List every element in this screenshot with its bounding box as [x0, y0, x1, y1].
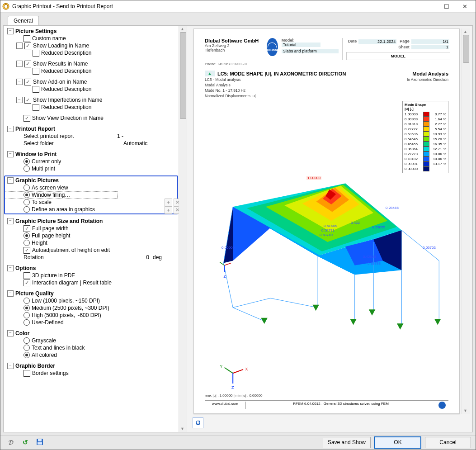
preview-panel: Dlubal Software GmbH Am Zellweg 2 Tiefen…	[187, 26, 472, 432]
collapse-icon[interactable]: −	[16, 97, 23, 103]
ok-button[interactable]: OK	[374, 436, 421, 449]
checkbox[interactable]	[33, 86, 39, 93]
minimize-button[interactable]: —	[419, 0, 438, 12]
opt-all-colored[interactable]: All colored	[32, 352, 57, 358]
collapse-icon[interactable]: −	[7, 265, 14, 271]
collapse-icon[interactable]: −	[7, 290, 14, 297]
val-select-report[interactable]: 1 -	[87, 133, 178, 139]
save-default-button[interactable]	[34, 436, 46, 448]
opt-interaction[interactable]: Interaction diagram | Result table	[32, 279, 112, 286]
opt-multi-print[interactable]: Multi print	[32, 166, 55, 172]
checkbox[interactable]	[33, 68, 39, 75]
refresh-button[interactable]	[193, 417, 203, 428]
radio[interactable]	[24, 206, 30, 213]
collapse-icon[interactable]: −	[7, 126, 14, 132]
radio[interactable]	[24, 298, 30, 304]
radio[interactable]	[24, 305, 30, 311]
radio[interactable]	[24, 345, 30, 351]
opt-custom-name[interactable]: Custom name	[32, 35, 66, 42]
opt-show-imperfections[interactable]: Show Imperfections in Name	[33, 97, 102, 103]
checkbox[interactable]: ✓	[24, 97, 31, 104]
opt-reduced-desc[interactable]: Reduced Description	[41, 86, 91, 92]
reset-button[interactable]: ↺	[19, 436, 31, 448]
opt-as-screen[interactable]: As screen view	[32, 185, 68, 191]
opt-window-filling[interactable]: Window filling…	[32, 192, 70, 198]
checkbox[interactable]	[24, 272, 30, 279]
checkbox[interactable]: ✓	[24, 247, 30, 254]
close-button[interactable]: ✕	[456, 0, 474, 12]
opt-define-area[interactable]: Define an area in graphics	[32, 206, 95, 213]
checkbox[interactable]: ✓	[24, 43, 31, 49]
lbl-select-folder[interactable]: Select folder	[24, 140, 54, 147]
radio[interactable]	[24, 185, 30, 191]
cancel-button[interactable]: Cancel	[425, 437, 471, 448]
opt-q-high[interactable]: High (5000 pixels, ~600 DPI)	[32, 312, 101, 318]
radio[interactable]	[24, 240, 30, 246]
svg-marker-30	[350, 319, 357, 325]
radio[interactable]	[24, 192, 30, 198]
opt-black-text[interactable]: Text and lines in black	[32, 345, 85, 351]
val-select-folder[interactable]: Automatic	[123, 140, 178, 147]
collapse-icon[interactable]: −	[16, 61, 23, 67]
collapse-icon[interactable]: −	[7, 177, 14, 184]
x-icon[interactable]: ✕	[174, 206, 179, 214]
opt-reduced-desc[interactable]: Reduced Description	[41, 104, 91, 110]
radio[interactable]	[24, 337, 30, 344]
opt-autoadjust[interactable]: Autoadjustment of height on edit	[32, 247, 110, 253]
radio[interactable]	[24, 319, 30, 326]
collapse-icon[interactable]: −	[7, 330, 14, 336]
checkbox[interactable]: ✓	[24, 115, 30, 122]
lbl-select-report[interactable]: Select printout report	[24, 133, 74, 139]
x-icon[interactable]: ✕	[174, 199, 179, 206]
opt-full-height[interactable]: Full page height	[32, 232, 70, 239]
save-and-show-button[interactable]: Save and Show	[323, 437, 371, 448]
help-button[interactable]: 𝓓	[5, 436, 17, 448]
checkbox[interactable]	[33, 50, 39, 57]
titlebar: Graphic Printout - Send to Printout Repo…	[0, 0, 476, 13]
opt-q-user[interactable]: User-Defined	[32, 319, 64, 326]
lbl-rotation: Rotation	[24, 254, 44, 261]
collapse-icon[interactable]: −	[7, 151, 14, 157]
checkbox[interactable]: ✓	[24, 79, 31, 85]
collapse-icon[interactable]: −	[16, 79, 23, 85]
settings-tree[interactable]: −Picture Settings Custom name −✓Show Loa…	[4, 26, 179, 432]
collapse-icon[interactable]: −	[16, 43, 23, 49]
opt-show-loading[interactable]: Show Loading in Name	[33, 43, 89, 49]
plus-icon[interactable]: ＋	[165, 199, 172, 206]
radio[interactable]	[24, 312, 30, 318]
collapse-icon[interactable]: −	[7, 218, 14, 224]
checkbox[interactable]	[24, 35, 30, 42]
opt-reduced-desc[interactable]: Reduced Description	[41, 68, 91, 74]
opt-current-only[interactable]: Current only	[32, 158, 61, 165]
radio[interactable]	[24, 199, 30, 205]
tab-general[interactable]: General	[8, 16, 39, 25]
opt-grayscale[interactable]: Grayscale	[32, 337, 56, 344]
radio[interactable]	[24, 158, 30, 165]
opt-height[interactable]: Height	[32, 240, 47, 246]
preview-scrollbar[interactable]: ▲ ▼	[462, 28, 470, 414]
plus-icon[interactable]: ＋	[165, 206, 172, 214]
maximize-button[interactable]: ☐	[438, 0, 456, 12]
radio[interactable]	[24, 352, 30, 358]
checkbox[interactable]	[24, 370, 30, 377]
opt-q-medium[interactable]: Medium (2500 pixels, ~300 DPI)	[32, 305, 109, 311]
opt-reduced-desc[interactable]: Reduced Description	[41, 50, 91, 56]
checkbox[interactable]: ✓	[24, 279, 30, 286]
checkbox[interactable]	[33, 104, 39, 111]
radio[interactable]	[24, 166, 30, 172]
checkbox[interactable]: ✓	[24, 61, 31, 67]
collapse-icon[interactable]: −	[7, 363, 14, 369]
tree-scrollbar[interactable]: ▲ ▼	[179, 26, 187, 432]
radio[interactable]	[24, 232, 30, 239]
opt-q-low[interactable]: Low (1000 pixels, ~150 DPI)	[32, 298, 100, 304]
checkbox[interactable]: ✓	[24, 225, 30, 232]
collapse-icon[interactable]: −	[7, 28, 14, 34]
opt-to-scale[interactable]: To scale	[32, 199, 52, 205]
opt-show-results[interactable]: Show Results in Name	[33, 61, 88, 67]
opt-show-addon[interactable]: Show Add-on in Name	[33, 79, 87, 85]
opt-3d-pdf[interactable]: 3D picture in PDF	[32, 272, 75, 279]
val-rotation[interactable]: 0	[115, 254, 151, 261]
opt-show-view-dir[interactable]: Show View Direction in Name	[32, 115, 104, 121]
opt-full-width[interactable]: Full page width	[32, 225, 69, 232]
opt-border-settings[interactable]: Border settings	[32, 370, 69, 376]
